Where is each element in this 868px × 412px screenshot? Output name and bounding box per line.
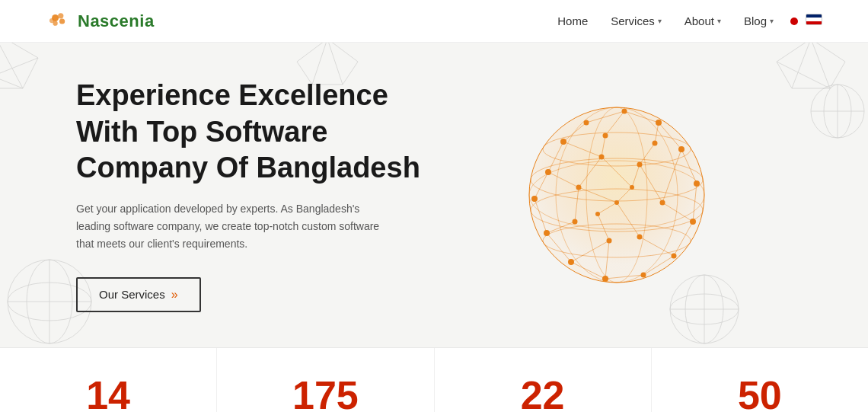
services-arrow: ▾ bbox=[658, 17, 662, 25]
hero-visual bbox=[442, 73, 792, 317]
stat-projects: 175 Delivered Projects bbox=[217, 348, 434, 412]
stat-number-developers: 50 bbox=[738, 375, 782, 412]
svg-point-1 bbox=[58, 13, 63, 18]
nav-blog[interactable]: Blog ▾ bbox=[735, 8, 783, 34]
nav-home[interactable]: Home bbox=[548, 8, 597, 34]
nav-dot-red bbox=[790, 18, 798, 25]
cta-arrows: » bbox=[171, 288, 178, 302]
hero-title: Experience Excellence With Top Software … bbox=[76, 78, 442, 187]
flag-uk[interactable] bbox=[806, 14, 822, 25]
logo-text: Nascenia bbox=[78, 11, 155, 31]
stats-bar: 14 Years of Experience 175 Delivered Pro… bbox=[0, 347, 868, 412]
svg-line-9 bbox=[0, 58, 38, 88]
stat-experience: 14 Years of Experience bbox=[0, 348, 217, 412]
nav-links: Home Services ▾ About ▾ Blog ▾ bbox=[548, 8, 822, 34]
cta-label: Our Services bbox=[99, 288, 165, 301]
blog-arrow: ▾ bbox=[770, 17, 774, 25]
svg-point-2 bbox=[59, 18, 65, 24]
logo[interactable]: Nascenia bbox=[46, 11, 155, 32]
navbar: Nascenia Home Services ▾ About ▾ Blog ▾ bbox=[0, 0, 868, 43]
logo-icon bbox=[46, 11, 73, 32]
nav-about[interactable]: About ▾ bbox=[675, 8, 730, 34]
cta-button[interactable]: Our Services » bbox=[76, 277, 201, 312]
deco-top-left bbox=[0, 43, 46, 96]
nav-services[interactable]: Services ▾ bbox=[602, 8, 671, 34]
stat-number-projects: 175 bbox=[292, 375, 359, 412]
deco-right-mid bbox=[807, 73, 868, 149]
hero-section: Experience Excellence With Top Software … bbox=[0, 43, 868, 347]
svg-point-4 bbox=[49, 18, 54, 22]
stat-number-countries: 22 bbox=[521, 375, 565, 412]
globe-svg bbox=[510, 88, 723, 302]
stat-developers: 50 Developers bbox=[652, 348, 868, 412]
stat-countries: 22 Countries Served bbox=[435, 348, 652, 412]
hero-description: Get your application developed by expert… bbox=[76, 200, 381, 253]
about-arrow: ▾ bbox=[717, 17, 721, 25]
svg-line-8 bbox=[0, 58, 23, 88]
hero-content: Experience Excellence With Top Software … bbox=[76, 78, 442, 312]
stat-number-experience: 14 bbox=[86, 375, 130, 412]
